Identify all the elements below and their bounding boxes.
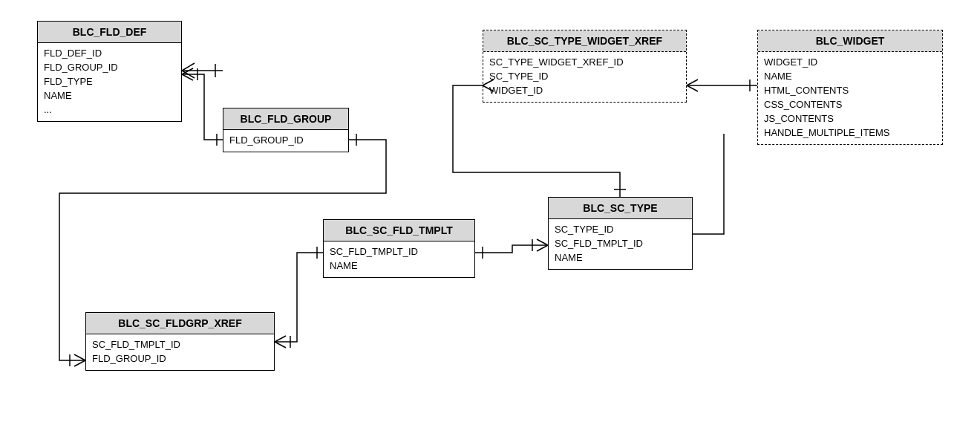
entity-blc-sc-type: BLC_SC_TYPE SC_TYPE_ID SC_FLD_TMPLT_ID N… (548, 197, 693, 270)
svg-line-5 (182, 68, 193, 74)
field: SC_FLD_TMPLT_ID (555, 236, 686, 250)
entity-header: BLC_FLD_DEF (38, 22, 181, 43)
entity-fields: SC_FLD_TMPLT_ID NAME (324, 241, 474, 277)
entity-header: BLC_SC_TYPE (549, 198, 692, 219)
field: SC_FLD_TMPLT_ID (92, 337, 268, 351)
field: NAME (555, 250, 686, 265)
field: WIDGET_ID (764, 55, 936, 69)
entity-header: BLC_FLD_GROUP (223, 108, 348, 130)
entity-blc-sc-fldgrp-xref: BLC_SC_FLDGRP_XREF SC_FLD_TMPLT_ID FLD_G… (85, 312, 275, 371)
entity-header: BLC_SC_TYPE_WIDGET_XREF (483, 30, 686, 52)
svg-line-10 (74, 354, 85, 360)
svg-line-28 (687, 85, 698, 91)
field: FLD_GROUP_ID (229, 133, 342, 147)
entity-header: BLC_SC_FLD_TMPLT (324, 220, 474, 241)
entity-fields: SC_FLD_TMPLT_ID FLD_GROUP_ID (86, 334, 274, 370)
field: FLD_GROUP_ID (92, 351, 268, 366)
svg-line-2 (182, 71, 195, 78)
field: NAME (764, 69, 936, 83)
svg-line-1 (182, 63, 195, 71)
field: WIDGET_ID (489, 83, 680, 97)
field: NAME (330, 259, 468, 273)
svg-line-19 (537, 245, 548, 251)
field: HTML_CONTENTS (764, 83, 936, 97)
field: NAME (44, 88, 175, 103)
entity-blc-sc-type-widget-xref: BLC_SC_TYPE_WIDGET_XREF SC_TYPE_WIDGET_X… (483, 30, 687, 103)
svg-line-6 (182, 74, 193, 80)
field: SC_TYPE_WIDGET_XREF_ID (489, 55, 680, 69)
field: SC_TYPE_ID (489, 69, 680, 83)
entity-blc-widget: BLC_WIDGET WIDGET_ID NAME HTML_CONTENTS … (757, 30, 943, 145)
svg-line-11 (74, 360, 85, 366)
field: SC_FLD_TMPLT_ID (330, 244, 468, 259)
entity-fields: FLD_DEF_ID FLD_GROUP_ID FLD_TYPE NAME ..… (38, 43, 181, 121)
field: FLD_TYPE (44, 74, 175, 88)
svg-line-14 (275, 336, 286, 342)
field: HANDLE_MULTIPLE_ITEMS (764, 126, 936, 140)
svg-line-27 (687, 80, 698, 85)
entity-header: BLC_SC_FLDGRP_XREF (86, 313, 274, 334)
svg-line-15 (275, 342, 286, 348)
field: SC_TYPE_ID (555, 222, 686, 236)
field: FLD_GROUP_ID (44, 60, 175, 74)
field: JS_CONTENTS (764, 111, 936, 126)
svg-line-18 (537, 239, 548, 245)
entity-fields: WIDGET_ID NAME HTML_CONTENTS CSS_CONTENT… (758, 52, 942, 144)
entity-fields: SC_TYPE_ID SC_FLD_TMPLT_ID NAME (549, 219, 692, 269)
field: ... (44, 103, 175, 117)
entity-blc-fld-group: BLC_FLD_GROUP FLD_GROUP_ID (223, 108, 349, 152)
entity-header: BLC_WIDGET (758, 30, 942, 52)
entity-blc-fld-def: BLC_FLD_DEF FLD_DEF_ID FLD_GROUP_ID FLD_… (37, 21, 182, 122)
entity-fields: SC_TYPE_WIDGET_XREF_ID SC_TYPE_ID WIDGET… (483, 52, 686, 102)
field: FLD_DEF_ID (44, 46, 175, 60)
entity-blc-sc-fld-tmplt: BLC_SC_FLD_TMPLT SC_FLD_TMPLT_ID NAME (323, 219, 475, 278)
field: CSS_CONTENTS (764, 97, 936, 111)
entity-fields: FLD_GROUP_ID (223, 130, 348, 152)
